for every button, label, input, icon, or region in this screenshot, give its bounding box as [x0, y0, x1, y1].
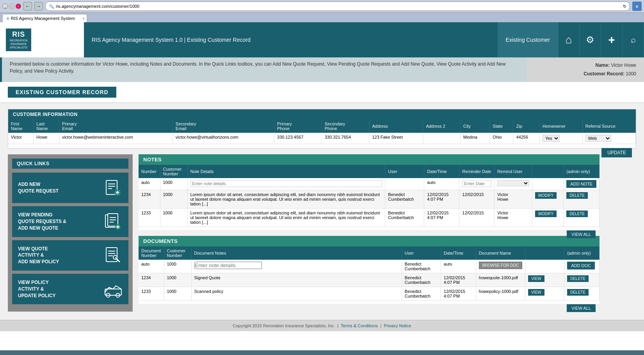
new-doc-browse-cell: BROWSE FOR DOC [476, 260, 525, 273]
customer-info-section: CUSTOMER INFORMATION FirstName LastName … [8, 109, 636, 148]
page-title: EXISTING CUSTOMER RECORD [8, 87, 116, 98]
page-title-bar: EXISTING CUSTOMER RECORD [0, 82, 644, 103]
left-panel: QUICK LINKS ADD NEWQUOTE REQUEST [8, 154, 133, 314]
col-secondary-phone: SecondaryPhone [322, 120, 369, 133]
documents-table: Document Number Customer Number Document… [139, 246, 600, 301]
quick-link-view-pending[interactable]: VIEW PENDINGQUOTE REQUESTS &ADD NEW QUOT… [12, 206, 128, 237]
note-1234-user: BenedictCumberbatch [385, 190, 424, 209]
cell-homeowner[interactable]: Yes No [539, 133, 582, 144]
notes-new-row: auto 1000 auto [139, 178, 600, 190]
browser-window-controls: _ □ × [2, 4, 21, 9]
add-icon-btn[interactable]: + [601, 22, 623, 57]
customer-name-value: Victor Howe [611, 62, 636, 68]
home-icon: ⌂ [566, 34, 572, 46]
quick-link-view-policy[interactable]: VIEW POLICYACTIVITY &UPDATE POLICY [12, 274, 128, 304]
note-1233-number: 1233 [139, 209, 160, 227]
footer: Copyright 2015 Recreation Insurance Spec… [0, 320, 644, 331]
doc-1233-user: BenedictCumberbatch [402, 287, 441, 301]
doc-1234-view-button[interactable]: VIEW [528, 275, 544, 282]
doc-1233-delete-button[interactable]: DELETE [567, 289, 589, 296]
cell-address: 123 Fake Street [369, 133, 423, 144]
new-doc-notes-cell[interactable] [191, 260, 402, 273]
doc-row-1233: 1233 1000 Scanned policy BenedictCumberb… [139, 287, 600, 301]
close-btn[interactable]: × [16, 4, 21, 9]
header: RIS RECREATIONINSURANCESPECIALISTS RIS A… [0, 22, 644, 57]
quick-links-box: QUICK LINKS ADD NEWQUOTE REQUEST [8, 154, 133, 312]
note-1234-details: Lorem ipsum dolor sit amet, consectetuer… [187, 190, 385, 209]
customer-name-row: Name: Victor Howe [535, 61, 636, 70]
new-note-input[interactable] [190, 180, 382, 187]
info-text: Presented below is customer information … [10, 61, 519, 75]
notes-view-all-button[interactable]: VIEW ALL [567, 230, 596, 238]
notes-col-datetime: Date/Time [424, 165, 459, 178]
minimize-btn[interactable]: _ [2, 4, 8, 9]
notes-header: NOTES [139, 154, 600, 165]
refresh-icon[interactable]: ↻ [623, 4, 626, 9]
update-button[interactable]: UPDATE [601, 148, 632, 157]
new-note-reminder-input[interactable] [462, 180, 491, 187]
note-1234-modify-cell: MODIFY [532, 190, 564, 209]
header-right: Existing Customer ⌂ ⚙ + ⌕ [498, 22, 644, 57]
new-note-datetime: auto [424, 178, 459, 190]
search-icon-btn[interactable]: ⌕ [623, 22, 644, 57]
new-note-details-cell[interactable] [187, 178, 385, 190]
quick-link-view-quote-activity[interactable]: VIEW QUOTEACTIVITY &ADD NEW POLICY [12, 240, 128, 271]
doc-1233-name: howepolicy-1000.pdf [476, 287, 525, 301]
docs-col-name: Document Name [476, 246, 525, 260]
address-input[interactable] [56, 4, 621, 9]
browser-favicon: e [632, 2, 642, 11]
customer-record-row: Customer Record: 1000 [535, 70, 636, 78]
note-1233-delete-button[interactable]: DELETE [566, 211, 588, 217]
new-doc-notes-input[interactable] [194, 262, 262, 269]
tab-close-icon[interactable]: × [82, 16, 85, 21]
doc-1233-view-button[interactable]: VIEW [528, 289, 544, 296]
tab-active[interactable]: e RIS Agency Management System × [2, 14, 87, 22]
cell-primary-email: victor.howe@webriverinteractive.com [59, 133, 173, 144]
doc-1234-name: howequote-1000.pdf [476, 273, 525, 287]
search-icon: 🔍 [49, 4, 54, 9]
header-system-title: RIS Agency Management System 1.0 | Exist… [84, 22, 498, 57]
new-note-reminder-cell[interactable] [459, 178, 495, 190]
quick-link-add-quote-icon [103, 178, 123, 198]
quick-link-add-quote[interactable]: ADD NEWQUOTE REQUEST [12, 173, 128, 203]
note-1234-modify-button[interactable]: MODIFY [535, 192, 557, 199]
customer-table-header-row: FirstName LastName PrimaryEmail Secondar… [8, 120, 636, 133]
new-note-remind-user-cell[interactable]: Victor Howe [495, 178, 532, 190]
docs-col-action1 [525, 246, 564, 260]
doc-1234-customer: 1000 [164, 273, 191, 287]
browse-for-doc-button[interactable]: BROWSE FOR DOC [479, 262, 522, 269]
homeowner-select[interactable]: Yes No [543, 135, 560, 142]
terms-link[interactable]: Terms & Conditions [341, 323, 378, 328]
note-1234-delete-button[interactable]: DELETE [566, 192, 588, 199]
gear-icon-btn[interactable]: ⚙ [580, 22, 601, 57]
home-icon-btn[interactable]: ⌂ [558, 22, 580, 57]
forward-btn[interactable]: → [34, 2, 43, 11]
add-doc-button[interactable]: ADD DOC [567, 262, 595, 269]
right-panel: NOTES Number Customer Number Note Detail… [139, 154, 600, 314]
remind-user-select[interactable]: Victor Howe [497, 180, 529, 186]
update-row: UPDATE [8, 144, 636, 148]
maximize-btn[interactable]: □ [9, 4, 14, 9]
tab-favicon: e [7, 16, 9, 21]
col-homeowner: Homeowner [539, 120, 582, 133]
address-bar[interactable]: 🔍 ↻ [45, 2, 630, 11]
new-note-user [385, 178, 424, 190]
notes-col-admin: (admin only) [564, 165, 600, 178]
back-btn[interactable]: ← [23, 2, 32, 11]
doc-1233-view-cell: VIEW [525, 287, 564, 301]
notes-col-reminder: Reminder Date [459, 165, 495, 178]
referral-select[interactable]: Web Referral Other [585, 135, 611, 142]
new-note-admin-cell: ADD NOTE [564, 178, 600, 190]
docs-view-all-button[interactable]: VIEW ALL [567, 304, 596, 312]
new-doc-admin-cell: ADD DOC [564, 260, 600, 273]
privacy-link[interactable]: Privacy Notice [384, 323, 411, 328]
doc-1234-delete-button[interactable]: DELETE [567, 275, 589, 282]
note-1233-modify-button[interactable]: MODIFY [535, 211, 557, 217]
doc-1233-datetime: 12/02/20154:07 PM [441, 287, 476, 301]
quick-link-add-quote-label: ADD NEWQUOTE REQUEST [18, 181, 103, 194]
doc-1234-notes: Signed Quote [191, 273, 402, 287]
notes-col-user: User [385, 165, 424, 178]
add-note-button[interactable]: ADD NOTE [566, 180, 596, 188]
quick-link-view-quote-label: VIEW QUOTEACTIVITY &ADD NEW POLICY [18, 246, 103, 265]
cell-referral[interactable]: Web Referral Other [582, 133, 635, 144]
